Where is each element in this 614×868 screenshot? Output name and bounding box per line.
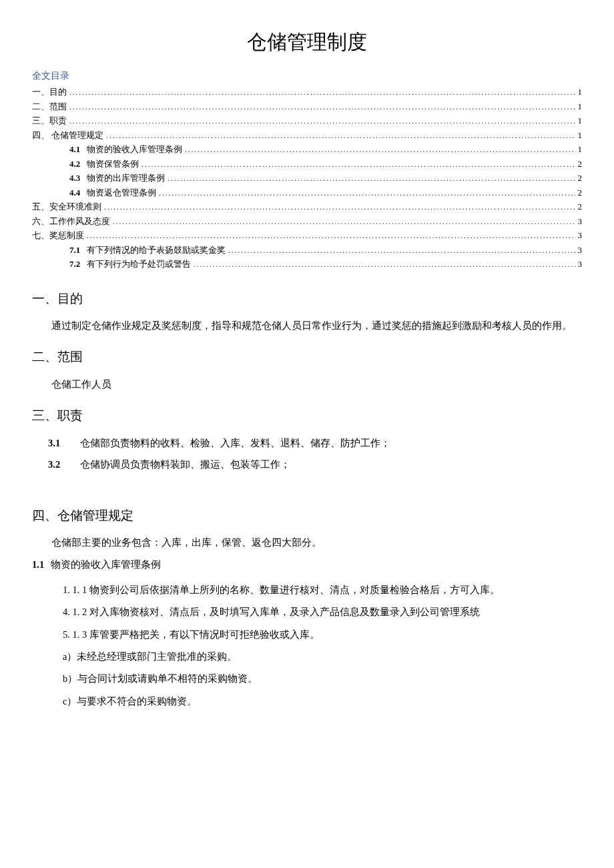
subsection-heading: 1.1物资的验收入库管理条例 bbox=[32, 558, 582, 572]
document-title: 仓储管理制度 bbox=[32, 27, 582, 57]
duty-item: 3.1 仓储部负责物料的收料、检验、入库、发料、退料、储存、防护工作； bbox=[32, 433, 582, 454]
section-body: 仓储工作人员 bbox=[32, 375, 582, 394]
toc-subitem: 4.2物资保管条例2 bbox=[32, 157, 582, 171]
list-item: 5. 1. 3 库管要严格把关，有以下情况时可拒绝验收或入库。 bbox=[32, 624, 582, 646]
subsection-number: 1.1 bbox=[32, 559, 44, 570]
toc-heading: 全文目录 bbox=[32, 69, 582, 83]
list-item: b）与合同计划或请购单不相符的采购物资。 bbox=[32, 668, 582, 690]
duty-item: 3.2 仓储协调员负责物料装卸、搬运、包装等工作； bbox=[32, 454, 582, 476]
section-heading-duties: 三、职责 bbox=[32, 406, 582, 426]
item-number: 3.2 bbox=[48, 454, 80, 476]
toc-item: 三、职责1 bbox=[32, 114, 582, 127]
toc-item: 四、 仓储管理规定1 bbox=[32, 129, 582, 142]
toc: 一、目的1 二、范围1 三、职责1 四、 仓储管理规定1 4.1物资的验收入库管… bbox=[32, 85, 582, 271]
item-text: 仓储协调员负责物料装卸、搬运、包装等工作； bbox=[80, 454, 582, 476]
toc-item: 一、目的1 bbox=[32, 85, 582, 99]
toc-item: 二、范围1 bbox=[32, 100, 582, 113]
toc-item: 七、奖惩制度3 bbox=[32, 229, 582, 242]
toc-subitem: 4.4物资返仓管理条例2 bbox=[32, 186, 582, 199]
toc-subitem: 7.2有下列行为给予处罚或警告3 bbox=[32, 258, 582, 271]
item-number: 3.1 bbox=[48, 433, 80, 454]
section-heading-purpose: 一、目的 bbox=[32, 290, 582, 309]
list-item: a）未经总经理或部门主管批准的采购。 bbox=[32, 646, 582, 668]
toc-item: 五、安全环境准则2 bbox=[32, 200, 582, 213]
section-heading-scope: 二、范围 bbox=[32, 348, 582, 367]
list-item: c）与要求不符合的采购物资。 bbox=[32, 691, 582, 713]
list-item: 1. 1. 1 物资到公司后依据清单上所列的名称、数量进行核对、清点，对质量检验… bbox=[32, 579, 582, 601]
subsection-title: 物资的验收入库管理条例 bbox=[51, 559, 161, 570]
item-text: 仓储部负责物料的收料、检验、入库、发料、退料、储存、防护工作； bbox=[80, 433, 582, 454]
toc-subitem: 4.1物资的验收入库管理条例1 bbox=[32, 143, 582, 156]
section-intro: 仓储部主要的业务包含：入库，出库，保管、返仓四大部分。 bbox=[32, 533, 582, 552]
toc-subitem: 4.3物资的出库管理条例2 bbox=[32, 171, 582, 185]
list-item: 4. 1. 2 对入库物资核对、清点后，及时填写入库单，及录入产品信息及数量录入… bbox=[32, 601, 582, 623]
section-heading-regulations: 四、仓储管理规定 bbox=[32, 506, 582, 526]
section-body: 通过制定仓储作业规定及奖惩制度，指导和规范仓储人员日常作业行为，通过奖惩的措施起… bbox=[32, 316, 582, 336]
toc-subitem: 7.1有下列情况的给予表扬鼓励或奖金奖3 bbox=[32, 244, 582, 257]
toc-item: 六、工作作风及态度3 bbox=[32, 215, 582, 228]
